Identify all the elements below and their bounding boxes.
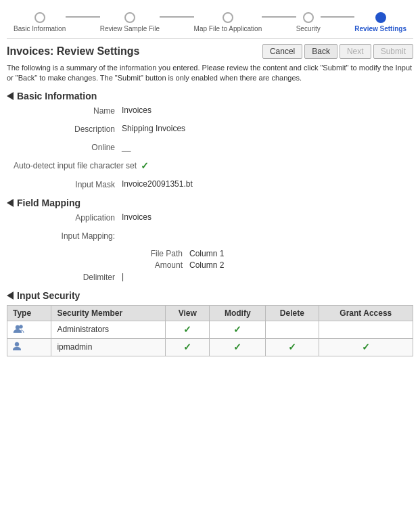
step-5-dot [375, 12, 386, 23]
step-line-1 [66, 16, 99, 18]
field-mapping-section: Field Mapping Application Invoices Input… [7, 197, 413, 282]
step-5-label: Review Settings [354, 25, 406, 32]
summary-text: The following is a summary of the inform… [7, 63, 413, 84]
fm-application-value: Invoices [122, 212, 413, 222]
file-path-label: File Path [122, 249, 189, 258]
fm-application-label: Application [14, 212, 122, 223]
step-1-dot [34, 12, 45, 23]
table-row: Administrators ✓ ✓ [7, 321, 413, 338]
col-security-member: Security Member [51, 305, 166, 321]
row2-delete-check: ✓ [288, 342, 296, 352]
page-header: Invoices: Review Settings Cancel Back Ne… [7, 44, 413, 59]
svg-point-1 [20, 325, 23, 328]
description-value: Shipping Invoices [122, 124, 413, 133]
input-mask-label: Input Mask [14, 179, 122, 189]
amount-label: Amount [122, 260, 189, 270]
step-1-label: Basic Information [14, 25, 66, 32]
group-icon [13, 324, 25, 333]
input-mask-value: Invoice20091351.bt [122, 179, 413, 189]
step-3-dot [223, 12, 233, 23]
delimiter-label: Delimiter [14, 272, 122, 282]
basic-information-section: Basic Information Name Invoices Descript… [7, 91, 413, 189]
svg-point-2 [15, 342, 19, 346]
step-4: Security [296, 12, 321, 32]
step-5: Review Settings [354, 12, 406, 32]
step-2-label: Review Sample File [100, 25, 160, 32]
header-divider [7, 38, 413, 39]
col-view: View [166, 305, 210, 321]
user-icon [13, 342, 21, 351]
row1-modify-check: ✓ [233, 324, 241, 335]
delimiter-value: | [122, 272, 413, 281]
field-mapping-title: Field Mapping [17, 197, 80, 208]
online-value: __ [122, 142, 413, 152]
security-table: Type Security Member View Modify Delete … [7, 305, 413, 356]
name-label: Name [14, 106, 122, 116]
col-grant-access: Grant Access [319, 305, 413, 321]
row2-modify: ✓ [210, 338, 266, 356]
step-line-2 [160, 16, 193, 18]
step-3: Map File to Application [194, 12, 262, 32]
name-value: Invoices [122, 106, 413, 115]
step-line-3 [262, 16, 296, 18]
step-4-dot [303, 12, 314, 23]
step-1: Basic Information [14, 12, 66, 32]
online-row: Online __ [7, 142, 413, 152]
description-row: Description Shipping Invoices [7, 124, 413, 134]
autodetect-label: Auto-detect input file character set [14, 161, 137, 170]
delimiter-row: Delimiter | [7, 272, 413, 282]
row2-delete: ✓ [266, 338, 319, 356]
row1-view: ✓ [166, 321, 210, 338]
row2-grant: ✓ [319, 338, 413, 356]
input-mask-row: Input Mask Invoice20091351.bt [7, 179, 413, 189]
row1-member: Administrators [51, 321, 166, 338]
submit-button: Submit [373, 44, 413, 59]
fm-application-row: Application Invoices [7, 212, 413, 223]
row2-type [7, 338, 51, 356]
row2-view: ✓ [166, 338, 210, 356]
stepper: Basic Information Review Sample File Map… [7, 7, 413, 34]
file-path-row: File Path Column 1 [122, 249, 413, 258]
input-mapping-block: File Path Column 1 Amount Column 2 [7, 249, 413, 270]
cancel-button[interactable]: Cancel [262, 44, 302, 59]
triangle-icon-sec [7, 292, 14, 300]
next-button: Next [340, 44, 371, 59]
basic-info-header: Basic Information [7, 91, 413, 101]
online-label: Online [14, 142, 122, 152]
field-mapping-header: Field Mapping [7, 197, 413, 208]
row2-grant-check: ✓ [362, 342, 370, 352]
col-type: Type [7, 305, 51, 321]
step-2-dot [124, 12, 135, 23]
step-4-label: Security [296, 25, 321, 32]
page-title: Invoices: Review Settings [7, 45, 140, 57]
col-delete: Delete [266, 305, 319, 321]
row1-type [7, 321, 51, 338]
row1-modify: ✓ [210, 321, 266, 338]
back-button[interactable]: Back [304, 44, 337, 59]
file-path-value: Column 1 [189, 249, 224, 258]
row1-view-check: ✓ [183, 324, 191, 335]
step-2: Review Sample File [100, 12, 160, 32]
table-row: ipmadmin ✓ ✓ ✓ ✓ [7, 338, 413, 356]
amount-row: Amount Column 2 [122, 260, 413, 270]
row2-member: ipmadmin [51, 338, 166, 356]
col-modify: Modify [210, 305, 266, 321]
step-3-label: Map File to Application [194, 25, 262, 32]
row2-view-check: ✓ [183, 342, 191, 352]
autodetect-check-icon: ✓ [141, 160, 149, 171]
autodetect-row: Auto-detect input file character set ✓ [7, 160, 413, 171]
fm-input-mapping-row: Input Mapping: [7, 231, 413, 241]
row1-grant [319, 321, 413, 338]
row1-delete [266, 321, 319, 338]
row2-modify-check: ✓ [233, 342, 241, 352]
input-security-header: Input Security [7, 290, 413, 301]
step-line-4 [321, 16, 354, 18]
input-security-section: Input Security Type Security Member View… [7, 290, 413, 356]
fm-input-mapping-label: Input Mapping: [14, 231, 122, 241]
svg-point-0 [16, 325, 20, 329]
basic-info-title: Basic Information [17, 91, 97, 101]
triangle-icon-basic [7, 92, 14, 100]
triangle-icon-fm [7, 199, 14, 207]
header-buttons: Cancel Back Next Submit [262, 44, 413, 59]
input-security-title: Input Security [17, 290, 80, 301]
